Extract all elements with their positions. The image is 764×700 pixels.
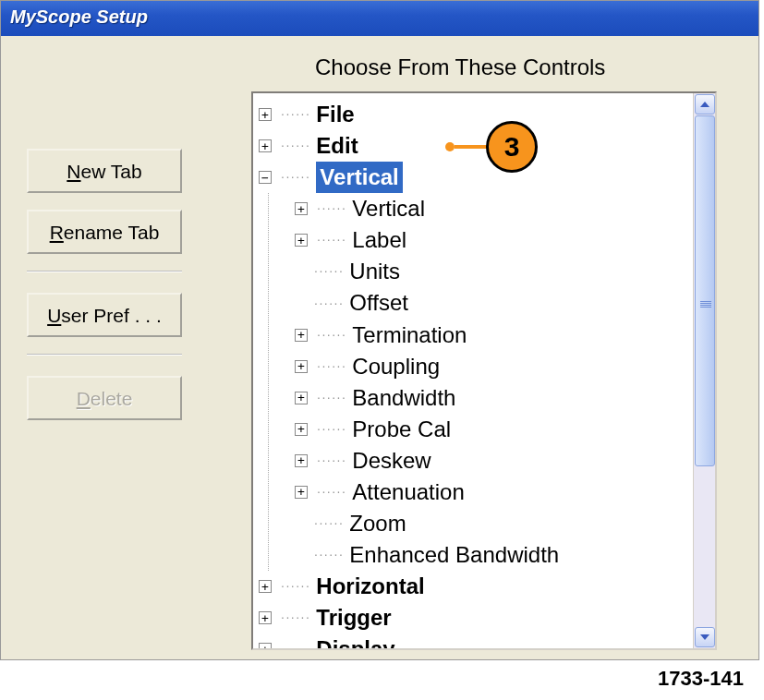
tree-node[interactable]: +······Label (295, 224, 693, 256)
tree-node-label[interactable]: Units (349, 256, 400, 287)
tree-node-label[interactable]: Horizontal (316, 571, 424, 602)
tree-node[interactable]: +······Edit (259, 130, 693, 162)
tree-node[interactable]: +······Termination (295, 320, 693, 351)
tree-node[interactable]: +······Horizontal (259, 571, 693, 602)
tree-node-label[interactable]: Edit (316, 130, 358, 162)
delete-button: Delete (27, 376, 182, 420)
expand-icon[interactable]: + (295, 202, 308, 215)
tree-node-label[interactable]: Enhanced Bandwidth (349, 539, 559, 571)
expand-icon[interactable]: + (295, 423, 308, 436)
tree-connector-icon: ······ (317, 231, 346, 249)
window-title: MyScope Setup (10, 6, 148, 27)
expand-icon[interactable]: + (295, 360, 308, 373)
expand-icon[interactable]: + (259, 580, 272, 593)
expand-icon[interactable]: + (295, 392, 308, 404)
left-button-panel: New Tab Rename Tab User Pref . . . Delet… (27, 149, 193, 437)
delete-label: elete (91, 388, 133, 409)
tree-node[interactable]: +······Probe Cal (295, 414, 693, 445)
separator (27, 271, 182, 272)
tree-node[interactable]: ······Zoom (295, 508, 693, 539)
tree-node[interactable]: ······Enhanced Bandwidth (295, 539, 693, 571)
rename-tab-button[interactable]: Rename Tab (27, 210, 182, 254)
tree-children: +······Vertical+······Label······Units··… (268, 193, 693, 571)
scroll-down-button[interactable] (695, 627, 715, 647)
tree-node-label[interactable]: Deskew (352, 445, 431, 477)
tree-node[interactable]: ······Units (295, 256, 693, 287)
tree-node-label[interactable]: File (316, 99, 354, 130)
tree-node-label[interactable]: Termination (352, 320, 467, 351)
new-tab-label: ew Tab (81, 161, 142, 182)
myscope-setup-window: MyScope Setup Choose From These Controls… (0, 0, 759, 660)
collapse-icon[interactable]: − (259, 171, 272, 184)
tree-connector-icon: ······ (317, 357, 346, 376)
tree-node-label[interactable]: Bandwidth (352, 382, 455, 414)
expand-icon[interactable]: + (259, 611, 272, 624)
tree-connector-icon: ······ (314, 546, 344, 564)
rename-tab-label: ename Tab (64, 222, 160, 243)
user-pref-button[interactable]: User Pref . . . (27, 293, 182, 337)
tree-node[interactable]: −······Vertical (259, 162, 693, 193)
tree-node-label[interactable]: Attenuation (352, 477, 464, 508)
tree-connector-icon: ······ (281, 137, 310, 155)
scroll-up-button[interactable] (695, 94, 715, 115)
tree-node-label[interactable]: Vertical (352, 193, 425, 224)
tree-node-label[interactable]: Label (352, 224, 406, 256)
tree-connector-icon: ······ (317, 326, 346, 344)
window-titlebar: MyScope Setup (1, 1, 758, 36)
tree-node[interactable]: +······Deskew (295, 445, 693, 477)
tree-connector-icon: ······ (281, 105, 310, 124)
section-heading: Choose From These Controls (315, 54, 605, 80)
tree-node-label[interactable]: Trigger (316, 602, 391, 634)
expand-icon[interactable]: + (295, 234, 308, 247)
expand-icon[interactable]: + (295, 329, 308, 342)
tree-connector-icon: ······ (281, 168, 310, 187)
new-tab-button[interactable]: New Tab (27, 149, 182, 193)
expand-icon[interactable]: + (295, 486, 308, 499)
tree-node-label[interactable]: Probe Cal (352, 414, 451, 445)
controls-tree[interactable]: +······File+······Edit−······Vertical+··… (259, 99, 693, 650)
figure-id: 1733-141 (658, 667, 744, 691)
tree-connector-icon: ······ (317, 389, 346, 407)
tree-connector-icon: ······ (314, 262, 344, 281)
tree-node[interactable]: +······Attenuation (295, 477, 693, 508)
tree-connector-icon: ······ (317, 420, 346, 439)
separator (27, 354, 182, 356)
tree-connector-icon: ······ (317, 452, 346, 470)
tree-node[interactable]: +······Vertical (295, 193, 693, 224)
expand-icon[interactable]: + (295, 454, 308, 467)
user-pref-label: ser Pref . . . (61, 305, 162, 326)
scroll-thumb[interactable] (695, 115, 715, 466)
vertical-scrollbar[interactable] (693, 93, 715, 648)
expand-icon[interactable]: + (259, 139, 272, 152)
tree-connector-icon: ······ (314, 514, 344, 533)
tree-node[interactable]: +······Trigger (259, 602, 693, 634)
tree-connector-icon: ······ (281, 609, 310, 627)
tree-node[interactable]: +······Display (259, 634, 693, 650)
controls-tree-panel: +······File+······Edit−······Vertical+··… (251, 91, 717, 650)
tree-node-label[interactable]: Display (316, 634, 394, 650)
tree-node-label[interactable]: Offset (349, 287, 408, 319)
tree-node-label[interactable]: Coupling (352, 351, 440, 382)
tree-node-label[interactable]: Zoom (349, 508, 406, 539)
tree-node-label[interactable]: Vertical (316, 162, 402, 193)
tree-node[interactable]: +······File (259, 99, 693, 130)
tree-connector-icon: ······ (317, 483, 346, 501)
expand-icon[interactable]: + (259, 643, 272, 650)
expand-icon[interactable]: + (259, 108, 272, 121)
tree-node[interactable]: +······Bandwidth (295, 382, 693, 414)
tree-node[interactable]: ······Offset (295, 287, 693, 319)
tree-connector-icon: ······ (317, 199, 346, 218)
tree-connector-icon: ······ (281, 577, 310, 596)
tree-connector-icon: ······ (281, 640, 310, 650)
tree-node[interactable]: +······Coupling (295, 351, 693, 382)
tree-connector-icon: ······ (314, 295, 344, 313)
